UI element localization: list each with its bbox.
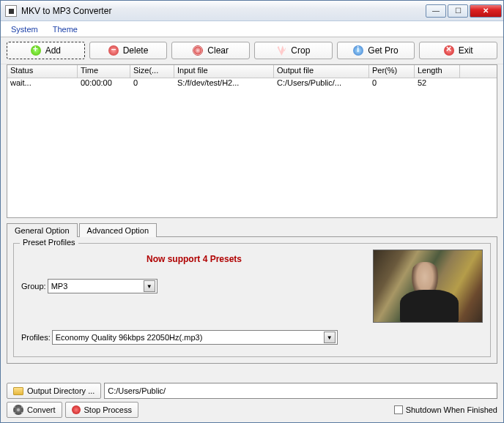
getpro-button[interactable]: Get Pro [337, 42, 415, 59]
table-row[interactable]: wait... 00:00:00 0 S:/f/dev/test/H2... C… [7, 78, 497, 90]
cell-input: S:/f/dev/test/H2... [174, 78, 274, 90]
grid-header: Status Time Size(... Input file Output f… [7, 65, 497, 78]
col-per[interactable]: Per(%) [369, 65, 415, 78]
group-label: Group: [21, 282, 46, 291]
convert-label: Convert [27, 405, 56, 414]
stop-label: Stop Process [84, 405, 132, 414]
toolbar: Add Delete Clear Crop Get Pro Exit [1, 37, 503, 64]
output-directory-button[interactable]: Output Directory ... [7, 383, 101, 399]
col-time[interactable]: Time [78, 65, 130, 78]
cell-output: C:/Users/Public/... [274, 78, 369, 90]
menubar: System Theme [1, 21, 503, 37]
app-window: MKV to MP3 Converter — ☐ ✕ System Theme … [0, 0, 504, 423]
tab-strip: General Option Advanced Option [7, 223, 497, 237]
getpro-icon [353, 45, 363, 56]
col-length[interactable]: Length [415, 65, 460, 78]
cell-per: 0 [369, 78, 415, 90]
window-controls: — ☐ ✕ [424, 4, 502, 18]
options-area: General Option Advanced Option Preset Pr… [7, 222, 497, 364]
col-size[interactable]: Size(... [130, 65, 174, 78]
tab-panel-general: Preset Profiles Now support 4 Presets Gr… [7, 236, 497, 364]
bottom-bar: Output Directory ... C:/Users/Public/ Co… [1, 380, 503, 422]
crop-label: Crop [291, 45, 310, 56]
output-path-input[interactable]: C:/Users/Public/ [104, 383, 497, 399]
delete-button[interactable]: Delete [89, 42, 168, 59]
tab-general[interactable]: General Option [7, 223, 78, 237]
cell-size: 0 [130, 78, 174, 90]
add-label: Add [45, 45, 61, 56]
add-icon [31, 45, 41, 56]
clear-label: Clear [207, 45, 229, 56]
app-icon [5, 5, 17, 17]
delete-label: Delete [123, 45, 149, 56]
maximize-button[interactable]: ☐ [448, 4, 468, 18]
exit-label: Exit [459, 45, 473, 56]
titlebar: MKV to MP3 Converter — ☐ ✕ [1, 1, 503, 21]
group-select[interactable]: MP3 ▼ [48, 279, 158, 293]
cell-time: 00:00:00 [78, 78, 130, 90]
col-status[interactable]: Status [7, 65, 78, 78]
profiles-select[interactable]: Economy Quality 96kbps 22050Hz(.mp3) ▼ [52, 330, 338, 345]
cell-status: wait... [7, 78, 78, 90]
clear-button[interactable]: Clear [171, 42, 250, 59]
shutdown-label: Shutdown When Finished [406, 405, 497, 414]
output-path-value: C:/Users/Public/ [108, 386, 166, 395]
minimize-button[interactable]: — [426, 4, 446, 18]
shutdown-checkbox[interactable]: Shutdown When Finished [394, 405, 497, 414]
exit-icon [444, 45, 454, 56]
cell-length: 52 [415, 78, 460, 90]
menu-system[interactable]: System [4, 23, 45, 35]
folder-icon [13, 387, 23, 395]
chevron-down-icon: ▼ [324, 332, 336, 343]
tab-advanced[interactable]: Advanced Option [79, 223, 157, 237]
clear-icon [193, 45, 203, 56]
menu-theme[interactable]: Theme [45, 23, 85, 35]
chevron-down-icon: ▼ [144, 280, 155, 292]
preset-legend: Preset Profiles [20, 238, 78, 247]
preview-thumbnail [373, 250, 483, 323]
output-directory-label: Output Directory ... [27, 386, 94, 395]
delete-icon [108, 45, 119, 56]
file-grid[interactable]: Status Time Size(... Input file Output f… [7, 64, 497, 218]
stop-button[interactable]: Stop Process [65, 402, 138, 418]
profiles-value: Economy Quality 96kbps 22050Hz(.mp3) [56, 333, 324, 342]
preset-fieldset: Preset Profiles Now support 4 Presets Gr… [13, 243, 491, 357]
col-output[interactable]: Output file [274, 65, 369, 78]
crop-button[interactable]: Crop [254, 42, 333, 59]
stop-icon [72, 405, 81, 414]
getpro-label: Get Pro [368, 45, 398, 56]
convert-button[interactable]: Convert [7, 402, 62, 418]
preset-message: Now support 4 Presets [21, 250, 367, 276]
crop-icon [276, 45, 286, 56]
checkbox-icon [394, 405, 403, 414]
col-input[interactable]: Input file [174, 65, 274, 78]
profiles-label: Profiles: [21, 333, 51, 342]
convert-icon [13, 405, 23, 415]
window-title: MKV to MP3 Converter [21, 6, 424, 16]
close-button[interactable]: ✕ [470, 4, 502, 18]
add-button[interactable]: Add [7, 42, 85, 59]
exit-button[interactable]: Exit [419, 42, 497, 59]
group-value: MP3 [51, 282, 144, 291]
